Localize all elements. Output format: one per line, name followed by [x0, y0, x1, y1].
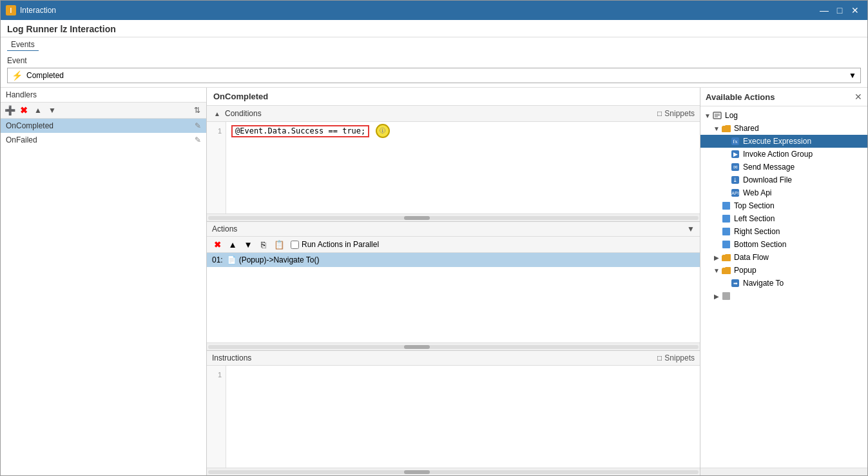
actions-toolbar: ✖ ▲ ▼ ⎘ [207, 237, 700, 253]
section-container: ▲ Conditions □ Snippets [207, 106, 700, 475]
tree-expand-unknown: ▶ [712, 292, 721, 301]
code-editor-inner: 1 @Event.Data.Success == true; 🛈 [207, 122, 700, 213]
app-icon: I [6, 5, 16, 15]
handler-label-on-failed: OnFailed [6, 135, 37, 144]
handler-label-on-completed: OnCompleted [6, 121, 53, 130]
title-bar-title: Interaction [20, 6, 56, 15]
conditions-scrollbar-track[interactable] [208, 216, 699, 220]
edit-on-failed-icon[interactable]: ✎ [195, 135, 201, 144]
tree-item-execute-expression[interactable]: fx Execute Expression [700, 135, 867, 148]
available-actions-title: Available Actions [706, 92, 775, 102]
tree-item-web-api[interactable]: API Web Api [700, 186, 867, 199]
tree-icon-navigate-to: ➡ [730, 278, 740, 288]
actions-scrollbar-thumb [404, 345, 430, 349]
move-down-button[interactable]: ▼ [46, 104, 59, 117]
tree-icon-unknown [721, 291, 731, 301]
collapse-conditions-button[interactable]: ▲ [212, 108, 222, 119]
actions-scroll-btn[interactable]: ▼ [687, 224, 695, 233]
close-available-actions-button[interactable]: ✕ [854, 92, 862, 102]
delete-handler-button[interactable]: ✖ [17, 104, 30, 117]
paste-action-button[interactable]: 📋 [273, 238, 285, 251]
instructions-line-numbers: 1 [207, 366, 226, 468]
menu-events[interactable]: Events [7, 39, 39, 51]
arrow-up-icon: ▲ [34, 106, 42, 115]
tree-item-send-message[interactable]: ✉ Send Message [700, 161, 867, 174]
available-actions-panel: Available Actions ✕ ▼ Log [700, 88, 867, 475]
instructions-editor[interactable]: 1 [207, 366, 700, 468]
tree-item-left-section[interactable]: Left Section [700, 212, 867, 225]
app-header: Log Runner lz Interaction [1, 20, 867, 37]
svg-text:▶: ▶ [733, 151, 738, 157]
lightning-icon: ⚡ [12, 70, 23, 81]
conditions-snippets-button[interactable]: □ Snippets [657, 109, 695, 118]
delete-action-button[interactable]: ✖ [211, 238, 224, 251]
instructions-snippets-label: Snippets [664, 353, 695, 362]
svg-text:✉: ✉ [733, 164, 738, 170]
handlers-title: Handlers [6, 90, 37, 99]
event-dropdown-left: ⚡ Completed [12, 70, 64, 81]
tree-icon-web-api: API [730, 188, 740, 198]
handlers-toolbar: ➕ ✖ ▲ ▼ ⇅ [1, 103, 206, 119]
tree-item-popup[interactable]: ▼ Popup [700, 264, 867, 277]
tree-expand-navigate-to [721, 279, 730, 288]
svg-text:⤓: ⤓ [733, 177, 738, 183]
add-handler-button[interactable]: ➕ [3, 104, 16, 117]
handler-item-on-failed[interactable]: OnFailed ✎ [1, 133, 206, 147]
minimize-button[interactable]: — [817, 4, 831, 17]
instructions-scrollbar [207, 468, 700, 475]
code-highlight-expression: @Event.Data.Success == true; [231, 125, 369, 137]
parallel-checkbox[interactable] [291, 241, 299, 249]
instructions-snippets-button[interactable]: □ Snippets [657, 353, 695, 362]
action-item-1[interactable]: 01: 📄 (Popup)->Navigate To() [207, 253, 700, 267]
instructions-header-left: Instructions [212, 353, 251, 362]
tree-expand-web-api [721, 188, 730, 197]
tree-item-navigate-to[interactable]: ➡ Navigate To [700, 277, 867, 290]
tree-expand-data-flow: ▶ [712, 253, 721, 262]
menu-bar: Events [1, 37, 867, 52]
tree-item-log[interactable]: ▼ Log [700, 109, 867, 122]
tree-item-shared[interactable]: ▼ Shared [700, 122, 867, 135]
tree-item-right-section[interactable]: Right Section [700, 225, 867, 238]
move-action-up-button[interactable]: ▲ [226, 238, 239, 251]
instructions-section: Instructions □ Snippets 1 [207, 351, 700, 475]
edit-on-completed-icon[interactable]: ✎ [195, 121, 201, 130]
event-label: Event [7, 56, 861, 65]
tree-expand-send-message [721, 163, 730, 172]
tree-icon-right-section [721, 226, 731, 237]
tree-expand-right-section [712, 227, 721, 236]
handler-item-on-completed[interactable]: OnCompleted ✎ [1, 119, 206, 133]
close-button[interactable]: ✕ [848, 4, 862, 17]
tree-item-top-section[interactable]: Top Section [700, 199, 867, 212]
tree-item-invoke-action-group[interactable]: ▶ Invoke Action Group [700, 148, 867, 161]
paste-icon: 📋 [274, 240, 285, 250]
conditions-scrollbar-thumb [404, 216, 430, 220]
tree-item-bottom-section[interactable]: Bottom Section [700, 238, 867, 251]
move-up-button[interactable]: ▲ [32, 104, 44, 117]
expand-handlers-button[interactable]: ⇅ [191, 104, 204, 117]
instructions-code-content [226, 366, 700, 468]
svg-rect-14 [722, 202, 730, 210]
tree-item-download-file[interactable]: ⤓ Download File [700, 174, 867, 186]
right-area: OnCompleted ▲ Conditions □ [207, 88, 867, 475]
conditions-editor[interactable]: 1 @Event.Data.Success == true; 🛈 [207, 122, 700, 213]
snippets-checkbox-icon: □ [657, 109, 662, 118]
actions-scrollbar-track[interactable] [208, 345, 699, 349]
instructions-scrollbar-track[interactable] [208, 470, 699, 474]
tree-label-left-section: Left Section [734, 214, 775, 223]
handlers-list: OnCompleted ✎ OnFailed ✎ [1, 119, 206, 475]
tree-icon-bottom-section [721, 239, 731, 250]
svg-text:fx: fx [733, 138, 738, 144]
tree-label-log: Log [725, 111, 738, 120]
conditions-title: Conditions [225, 109, 262, 118]
tree-item-unknown[interactable]: ▶ [700, 290, 867, 302]
move-action-down-button[interactable]: ▼ [242, 238, 255, 251]
event-dropdown[interactable]: ⚡ Completed ▼ [7, 68, 861, 83]
tree-item-data-flow[interactable]: ▶ Data Flow [700, 251, 867, 264]
svg-text:➡: ➡ [733, 281, 738, 286]
tree-label-shared: Shared [734, 124, 759, 133]
tree-icon-shared [721, 123, 731, 134]
maximize-button[interactable]: □ [833, 4, 847, 17]
handlers-panel: Handlers ➕ ✖ ▲ ▼ [1, 88, 207, 475]
copy-action-button[interactable]: ⎘ [257, 238, 270, 251]
tree-icon-top-section [721, 201, 731, 211]
